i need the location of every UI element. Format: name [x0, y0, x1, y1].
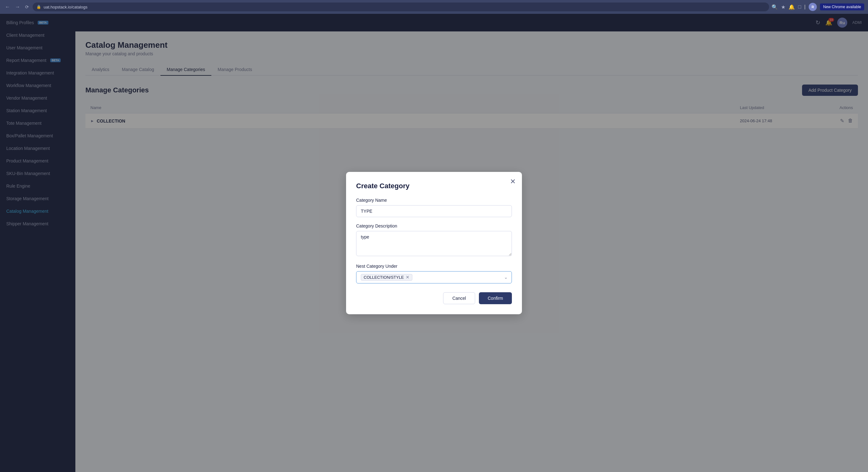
nest-category-tag: COLLECTION/STYLE ✕: [361, 274, 412, 281]
category-description-group: Category Description type: [356, 224, 512, 257]
nest-category-tag-label: COLLECTION/STYLE: [364, 275, 404, 280]
select-chevron-icon: ⌄: [504, 275, 508, 280]
category-name-input[interactable]: [356, 205, 512, 217]
nest-category-select[interactable]: COLLECTION/STYLE ✕ ⌄: [356, 271, 512, 284]
category-description-label: Category Description: [356, 224, 512, 229]
url-text: uat.hopstack.io/catalogs: [44, 5, 87, 9]
nest-category-label: Nest Category Under: [356, 264, 512, 269]
new-chrome-badge[interactable]: New Chrome available: [820, 3, 864, 10]
back-button[interactable]: ←: [4, 3, 11, 11]
browser-actions: 🔍 ★ 🔔 □ | R New Chrome available: [772, 3, 864, 11]
search-icon[interactable]: 🔍: [772, 4, 778, 10]
main-content: ↻ 🔔 23 Ru ADMI Catalog Management Manage…: [75, 14, 868, 472]
forward-button[interactable]: →: [14, 3, 21, 11]
user-avatar[interactable]: R: [809, 3, 817, 11]
create-category-modal: Create Category ✕ Category Name Category…: [346, 172, 522, 314]
modal-title: Create Category: [356, 182, 512, 190]
app-container: Billing Profiles BETA Client Management …: [0, 14, 868, 472]
modal-close-button[interactable]: ✕: [510, 178, 516, 185]
extensions-icon[interactable]: □: [798, 4, 801, 10]
browser-chrome: ← → ⟳ 🔒 uat.hopstack.io/catalogs 🔍 ★ 🔔 □…: [0, 0, 868, 14]
cancel-button[interactable]: Cancel: [443, 292, 475, 304]
nest-category-group: Nest Category Under COLLECTION/STYLE ✕ ⌄: [356, 264, 512, 284]
star-icon[interactable]: ★: [781, 4, 785, 10]
modal-footer: Cancel Confirm: [356, 292, 512, 304]
nest-category-tag-remove[interactable]: ✕: [406, 275, 409, 279]
category-description-input[interactable]: type: [356, 231, 512, 256]
reload-button[interactable]: ⟳: [24, 3, 30, 11]
category-name-label: Category Name: [356, 198, 512, 203]
bell-icon-wrapper[interactable]: 🔔: [788, 4, 795, 10]
modal-overlay[interactable]: Create Category ✕ Category Name Category…: [75, 14, 868, 472]
category-name-group: Category Name: [356, 198, 512, 217]
url-bar[interactable]: 🔒 uat.hopstack.io/catalogs: [33, 2, 769, 11]
confirm-button[interactable]: Confirm: [479, 292, 512, 304]
